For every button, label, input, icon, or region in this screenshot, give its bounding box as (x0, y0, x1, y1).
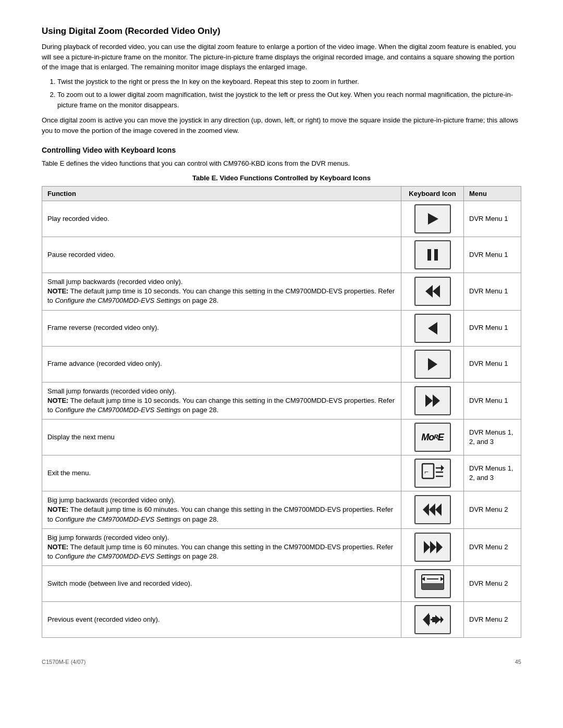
icon-cell (401, 237, 464, 273)
svg-rect-22 (422, 583, 444, 589)
note-text: The default jump time is 10 seconds. You… (47, 287, 395, 304)
note-label: NOTE: (47, 397, 68, 404)
note-text: The default jump time is 60 minutes. You… (47, 543, 393, 560)
menu-cell: DVR Menu 2 (464, 566, 521, 602)
icon-cell (401, 566, 464, 602)
menu-cell: DVR Menu 1 (464, 382, 521, 419)
svg-marker-0 (428, 213, 438, 225)
function-cell: Play recorded video. (42, 201, 401, 237)
table-header-row: Function Keyboard Icon Menu (42, 187, 521, 201)
table-row: Previous event (recorded video only).DVR… (42, 602, 521, 638)
menu-cell: DVR Menu 1 (464, 237, 521, 273)
note-text: The default jump time is 10 seconds. You… (47, 397, 395, 414)
svg-marker-4 (433, 285, 440, 298)
function-text: Small jump forwards (recorded video only… (47, 387, 176, 395)
step-2: To zoom out to a lower digital zoom magn… (57, 90, 521, 110)
table-row: Small jump backwards (recorded video onl… (42, 273, 521, 311)
menu-cell: DVR Menu 2 (464, 602, 521, 638)
svg-marker-20 (436, 541, 443, 553)
page-content: Using Digital Zoom (Recorded Video Only)… (42, 26, 521, 638)
svg-marker-3 (425, 285, 433, 298)
icon-cell (401, 310, 464, 346)
svg-marker-19 (430, 541, 436, 553)
svg-marker-26 (423, 613, 429, 626)
menu-cell: DVR Menus 1, 2, and 3 (464, 419, 521, 455)
function-cell: Previous event (recorded video only). (42, 602, 401, 638)
menu-cell: DVR Menu 1 (464, 273, 521, 311)
digital-zoom-heading: Using Digital Zoom (Recorded Video Only) (42, 26, 521, 36)
function-cell: Small jump backwards (recorded video onl… (42, 273, 401, 311)
function-text: Small jump backwards (recorded video onl… (47, 278, 182, 286)
function-cell: Switch mode (between live and recorded v… (42, 566, 401, 602)
svg-rect-2 (434, 249, 438, 261)
digital-zoom-steps: Twist the joystick to the right or press… (57, 77, 521, 110)
function-cell: Display the next menu (42, 419, 401, 455)
icon-cell (401, 346, 464, 382)
svg-marker-6 (428, 358, 437, 371)
note-label: NOTE: (47, 505, 68, 513)
icon-cell (401, 528, 464, 566)
note-label: NOTE: (47, 287, 68, 295)
table-row: Exit the menu.⌐DVR Menus 1, 2, and 3 (42, 455, 521, 491)
col-menu: Menu (464, 187, 521, 201)
svg-rect-1 (427, 249, 431, 261)
table-caption: Table E. Video Functions Controlled by K… (42, 173, 521, 183)
icon-cell: ⌐ (401, 455, 464, 491)
menu-cell: DVR Menu 2 (464, 528, 521, 566)
menu-cell: DVR Menu 1 (464, 346, 521, 382)
function-cell: Big jump backwards (recorded video only)… (42, 491, 401, 529)
menu-cell: DVR Menu 1 (464, 201, 521, 237)
table-row: Switch mode (between live and recorded v… (42, 566, 521, 602)
keyboard-icons-intro: Table E defines the video functions that… (42, 158, 521, 169)
function-cell: Pause recorded video. (42, 237, 401, 273)
svg-marker-14 (441, 465, 444, 471)
function-cell: Frame reverse (recorded video only). (42, 310, 401, 346)
table-row: Big jump backwards (recorded video only)… (42, 491, 521, 529)
digital-zoom-section: Using Digital Zoom (Recorded Video Only)… (42, 26, 521, 135)
functions-table: Function Keyboard Icon Menu Play recorde… (42, 186, 521, 638)
menu-cell: DVR Menus 1, 2, and 3 (464, 455, 521, 491)
function-cell: Exit the menu. (42, 455, 401, 491)
icon-cell (401, 602, 464, 638)
table-row: Big jump forwards (recorded video only).… (42, 528, 521, 566)
col-function: Function (42, 187, 401, 201)
function-cell: Small jump forwards (recorded video only… (42, 382, 401, 419)
table-row: Small jump forwards (recorded video only… (42, 382, 521, 419)
function-text: Big jump backwards (recorded video only)… (47, 496, 176, 504)
icon-cell: MoRE (401, 419, 464, 455)
page-footer: C1570M-E (4/07) 45 (42, 659, 521, 665)
svg-text:⌐: ⌐ (424, 468, 429, 476)
svg-marker-16 (429, 503, 435, 516)
menu-cell: DVR Menu 2 (464, 491, 521, 529)
function-cell: Frame advance (recorded video only). (42, 346, 401, 382)
step-1: Twist the joystick to the right or press… (57, 77, 521, 87)
table-row: Frame reverse (recorded video only).DVR … (42, 310, 521, 346)
icon-cell (401, 491, 464, 529)
digital-zoom-outro: Once digital zoom is active you can move… (42, 115, 521, 135)
footer-left: C1570M-E (4/07) (42, 659, 85, 665)
icon-cell (401, 201, 464, 237)
footer-right: 45 (515, 659, 521, 665)
function-text: Big jump forwards (recorded video only). (47, 534, 169, 541)
icon-cell (401, 382, 464, 419)
svg-marker-8 (433, 394, 440, 407)
keyboard-icons-heading: Controlling Video with Keyboard Icons (42, 146, 521, 154)
icon-cell (401, 273, 464, 311)
menu-cell: DVR Menu 1 (464, 310, 521, 346)
svg-marker-5 (428, 322, 437, 335)
function-cell: Big jump forwards (recorded video only).… (42, 528, 401, 566)
svg-marker-29 (440, 616, 444, 623)
svg-marker-18 (424, 541, 430, 553)
table-row: Display the next menuMoREDVR Menus 1, 2,… (42, 419, 521, 455)
digital-zoom-intro: During playback of recorded video, you c… (42, 42, 521, 72)
table-row: Pause recorded video.DVR Menu 1 (42, 237, 521, 273)
svg-marker-7 (425, 394, 433, 407)
svg-marker-17 (435, 503, 442, 516)
table-row: Play recorded video.DVR Menu 1 (42, 201, 521, 237)
note-label: NOTE: (47, 543, 68, 551)
svg-marker-15 (423, 503, 429, 516)
svg-marker-30 (432, 615, 440, 624)
note-text: The default jump time is 60 minutes. You… (47, 505, 393, 523)
table-row: Frame advance (recorded video only).DVR … (42, 346, 521, 382)
keyboard-icons-section: Controlling Video with Keyboard Icons Ta… (42, 146, 521, 638)
